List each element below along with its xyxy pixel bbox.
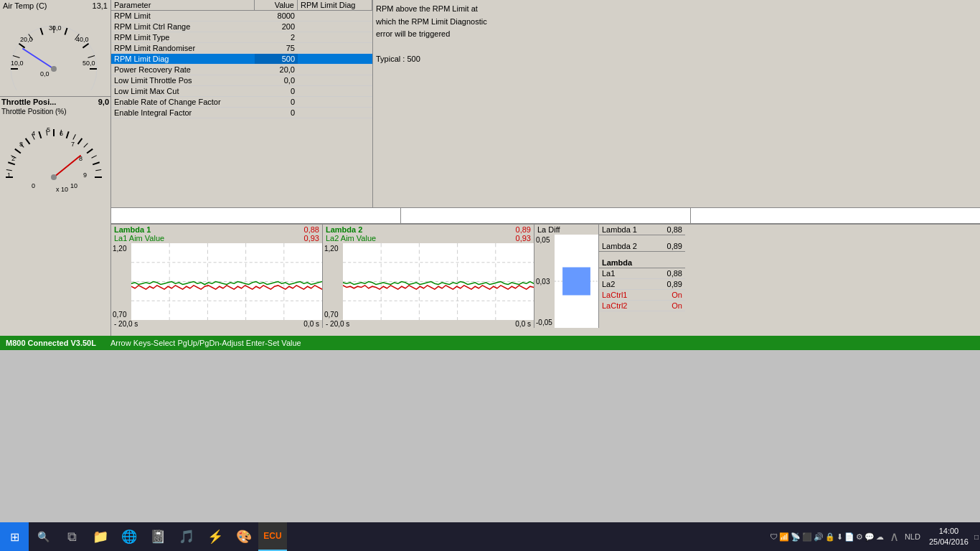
lactrl2-label: LaCtrl2 bbox=[602, 301, 627, 310]
taskbar-clock[interactable]: 14:00 25/04/2016 bbox=[923, 526, 974, 548]
col-parameter: Parameter bbox=[111, 0, 255, 10]
rpm-table-rows[interactable]: RPM Limit8000RPM Limit Ctrl Range200RPM … bbox=[111, 11, 372, 118]
right-panel: Parameter Value RPM Limit Diag RPM Limit… bbox=[111, 0, 980, 336]
param-cell: RPM Limit bbox=[111, 11, 255, 21]
update-icon[interactable]: ⬇ bbox=[837, 532, 843, 542]
lambda1-panel: Lambda 1 0,88 La1 Aim Value 0,93 1,20 0,… bbox=[111, 225, 323, 328]
volume-icon[interactable]: 🔊 bbox=[814, 532, 824, 542]
ladiff-header: La Diff bbox=[534, 225, 598, 235]
table-row[interactable]: Enable Rate of Change Factor0 bbox=[111, 97, 372, 108]
rpm-info-area: RPM above the RPM Limit at which the RPM… bbox=[373, 0, 980, 207]
la2-row: La2 0,89 bbox=[599, 279, 685, 290]
start-button[interactable]: ⊞ bbox=[0, 522, 29, 551]
security-icon[interactable]: 🔒 bbox=[825, 532, 835, 542]
throttle-gauge-label: Throttle Position (%) bbox=[0, 107, 110, 116]
value-cell: 200 bbox=[255, 22, 298, 32]
system-tray: 🛡 📶 📡 ⬛ 🔊 🔒 ⬇ 📄 ⚙ 💬 ☁ bbox=[767, 532, 887, 542]
tray-expand[interactable]: ∧ bbox=[887, 529, 902, 545]
svg-line-9 bbox=[83, 44, 88, 48]
lambda1-aim-value: 0,93 bbox=[304, 234, 319, 242]
svg-text:4: 4 bbox=[32, 130, 35, 137]
pdf-icon[interactable]: 📄 bbox=[844, 532, 854, 542]
svg-text:2: 2 bbox=[11, 155, 15, 162]
svg-text:0,0: 0,0 bbox=[40, 70, 50, 77]
lactrl1-row: LaCtrl1 On bbox=[599, 290, 685, 301]
ladiff-panel: La Diff 0,05 0,03 -0,05 bbox=[534, 225, 599, 328]
lactrl1-value: On bbox=[672, 291, 682, 299]
app5[interactable]: ⚡ bbox=[201, 522, 230, 551]
summary-lambda2-value: 0,89 bbox=[667, 242, 682, 250]
table-row[interactable]: RPM Limit Type2 bbox=[111, 32, 372, 43]
taskbar: ⊞ 🔍 ⧉ 📁 🌐 📓 🎵 ⚡ 🎨 ECU 🛡 📶 📡 ⬛ 🔊 🔒 ⬇ 📄 ⚙ … bbox=[0, 522, 980, 551]
la1-label: La1 bbox=[602, 269, 615, 278]
value-cell: 0 bbox=[255, 97, 298, 107]
table-row[interactable]: Low Limit Throttle Pos0,0 bbox=[111, 75, 372, 86]
app-icon1[interactable]: ⚙ bbox=[856, 532, 863, 542]
la2-label: La2 bbox=[602, 280, 615, 288]
svg-text:20,0: 20,0 bbox=[20, 36, 33, 43]
onenote-app[interactable]: 📓 bbox=[143, 522, 172, 551]
svg-line-38 bbox=[93, 162, 100, 164]
table-row[interactable]: RPM Limit Ctrl Range200 bbox=[111, 22, 372, 32]
input-bar bbox=[111, 208, 980, 224]
svg-text:5: 5 bbox=[47, 126, 50, 133]
lambda1-yaxis: 1,20 0,70 bbox=[111, 243, 131, 320]
antivirus-icon[interactable]: 🛡 bbox=[770, 532, 778, 541]
lambda2-aim-header: La2 Aim Value 0,93 bbox=[323, 233, 534, 243]
air-temp-section: Air Temp (C) 13,1 bbox=[0, 0, 110, 97]
air-temp-label: Air Temp (C) bbox=[3, 1, 47, 10]
lambda1-aim-header: La1 Aim Value 0,93 bbox=[111, 233, 322, 243]
windows-icon: ⊞ bbox=[10, 530, 19, 544]
chrome-app[interactable]: 🌐 bbox=[115, 522, 143, 551]
la1-value: 0,88 bbox=[667, 269, 682, 278]
wifi-icon[interactable]: 📡 bbox=[791, 532, 801, 542]
file-explorer-app[interactable]: 📁 bbox=[86, 522, 115, 551]
svg-text:1: 1 bbox=[7, 171, 11, 179]
taskview-button[interactable]: ⧉ bbox=[57, 522, 86, 551]
value-cell: 0 bbox=[255, 86, 298, 96]
keyboard-hint: Arrow Keys-Select PgUp/PgDn-Adjust Enter… bbox=[110, 339, 301, 347]
svg-text:10,0: 10,0 bbox=[11, 60, 24, 67]
lambda2-footer: - 20,0 s 0,0 s bbox=[323, 320, 534, 328]
lactrl1-label: LaCtrl1 bbox=[602, 291, 627, 299]
air-temp-gauge: 10,0 20,0 30,0 40,0 50,0 0,0 bbox=[0, 11, 108, 90]
air-temp-value: 13,1 bbox=[93, 1, 108, 10]
connection-status: M800 Connected V3.50L bbox=[6, 339, 96, 347]
table-row[interactable]: Power Recovery Rate20,0 bbox=[111, 65, 372, 75]
lactrl2-row: LaCtrl2 On bbox=[599, 301, 685, 311]
notification-area[interactable]: □ bbox=[974, 532, 980, 541]
app-icon3[interactable]: ☁ bbox=[876, 532, 884, 542]
table-row[interactable]: RPM Limit8000 bbox=[111, 11, 372, 22]
itunes-app[interactable]: 🎵 bbox=[172, 522, 201, 551]
svg-text:40,0: 40,0 bbox=[76, 36, 89, 43]
table-row[interactable]: RPM Limit Randomiser75 bbox=[111, 43, 372, 54]
rpm-section: Parameter Value RPM Limit Diag RPM Limit… bbox=[111, 0, 980, 208]
taskview-icon: ⧉ bbox=[67, 529, 77, 545]
status-bar: M800 Connected V3.50L Arrow Keys-Select … bbox=[0, 336, 980, 350]
summary-lambda1-row: Lambda 1 0,88 bbox=[599, 225, 685, 235]
svg-point-54 bbox=[51, 174, 57, 180]
summary-lambda1-value: 0,88 bbox=[667, 225, 682, 234]
lambda2-aim-label: La2 Aim Value bbox=[326, 234, 376, 242]
app-icon2[interactable]: 💬 bbox=[864, 532, 875, 542]
ecu-app[interactable]: ECU bbox=[258, 522, 287, 551]
network-icon[interactable]: 📶 bbox=[779, 532, 789, 542]
table-row[interactable]: Low Limit Max Cut0 bbox=[111, 86, 372, 97]
summary-lambda2-label: Lambda 2 bbox=[602, 242, 637, 250]
throttle-title-label: Throttle Posi... bbox=[1, 98, 56, 106]
value-cell: 20,0 bbox=[255, 65, 298, 75]
usb-icon[interactable]: ⬛ bbox=[802, 532, 812, 542]
param-cell: RPM Limit Randomiser bbox=[111, 43, 255, 53]
table-row[interactable]: Enable Integral Factor0 bbox=[111, 108, 372, 118]
summary-lambda2-row: Lambda 2 0,89 bbox=[599, 241, 685, 252]
svg-text:7: 7 bbox=[71, 141, 75, 148]
svg-text:10: 10 bbox=[70, 182, 77, 189]
table-row[interactable]: RPM Limit Diag500 bbox=[111, 54, 372, 65]
svg-line-37 bbox=[92, 156, 97, 159]
taskbar-search-button[interactable]: 🔍 bbox=[29, 522, 57, 551]
svg-rect-70 bbox=[562, 268, 590, 296]
app6[interactable]: 🎨 bbox=[230, 522, 258, 551]
svg-line-26 bbox=[26, 138, 30, 144]
value-cell: 0 bbox=[255, 108, 298, 118]
la2-value: 0,89 bbox=[667, 280, 682, 288]
